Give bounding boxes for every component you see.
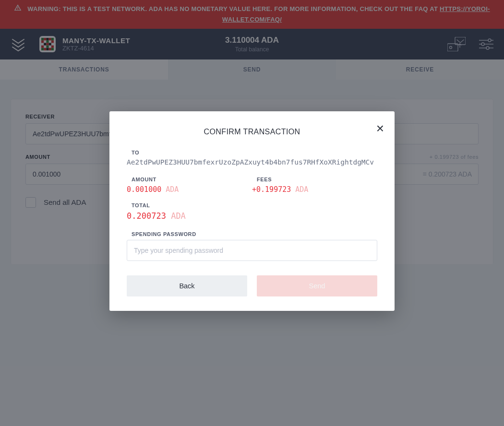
modal-fees-label: FEES [257,177,377,182]
modal-fees-value: +0.199723 ADA [252,185,377,194]
spending-password-input[interactable] [127,240,377,261]
modal-overlay: CONFIRM TRANSACTION × TO Ae2tdPwUPEZ3HUU… [0,0,504,426]
close-icon[interactable]: × [376,122,384,135]
back-button[interactable]: Back [127,275,247,296]
password-label: SPENDING PASSWORD [132,231,377,237]
confirm-transaction-modal: CONFIRM TRANSACTION × TO Ae2tdPwUPEZ3HUU… [109,111,395,311]
to-address: Ae2tdPwUPEZ3HUU7bmfexrUzoZpAZxuyt4b4bn7f… [127,158,377,166]
modal-total-value: 0.200723 ADA [127,211,377,221]
modal-total-label: TOTAL [132,202,377,208]
modal-amount-label: AMOUNT [132,177,252,182]
modal-title: CONFIRM TRANSACTION [127,128,377,136]
to-label: TO [132,150,377,155]
modal-amount-value: 0.001000 ADA [127,185,252,194]
send-button[interactable]: Send [257,275,377,296]
